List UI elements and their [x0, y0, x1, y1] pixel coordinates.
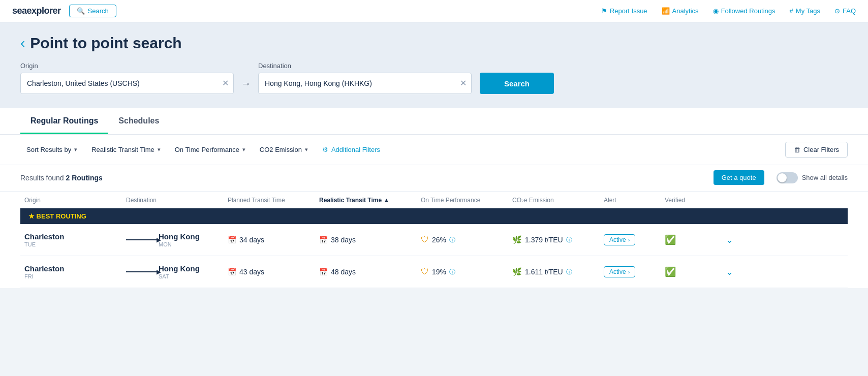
faq-icon: ⊙ — [834, 7, 840, 15]
route-dash2 — [141, 239, 157, 240]
origin-input[interactable] — [20, 73, 234, 94]
destination-input[interactable] — [258, 73, 472, 94]
row1-route-destination: ▶ Hong Kong MON — [122, 232, 224, 247]
tab-schedules[interactable]: Schedules — [108, 108, 169, 134]
row2-realistic-transit: 📅 48 days — [315, 268, 417, 276]
shield-icon-2: 🛡 — [421, 267, 429, 276]
nav-search-button[interactable]: 🔍 Search — [69, 5, 116, 17]
active-badge-2[interactable]: Active › — [604, 266, 635, 277]
table-row: Charleston TUE ▶ Hong Kong MON 📅 34 days… — [20, 224, 848, 256]
col-on-time: On Time Performance — [417, 197, 508, 204]
back-button[interactable]: ‹ — [20, 35, 25, 51]
route-line-2: ▶ — [126, 268, 154, 275]
table-header: Origin Destination Planned Transit Time … — [20, 192, 848, 208]
results-found-text: Results found 2 Routings — [20, 174, 103, 182]
report-issue-link[interactable]: ⚑ Report Issue — [601, 7, 647, 15]
table-section: Origin Destination Planned Transit Time … — [0, 192, 868, 288]
show-all-details-toggle-wrap: Show all details — [777, 172, 848, 183]
row1-on-time: 🛡 26% ⓘ — [417, 235, 508, 244]
best-routing-banner: ★ BEST ROUTING — [20, 208, 848, 224]
followed-routings-link[interactable]: ◉ Followed Routings — [713, 7, 776, 15]
search-button[interactable]: Search — [480, 73, 554, 94]
destination-input-wrap: ✕ — [258, 73, 472, 94]
row2-alert: Active › — [600, 266, 661, 277]
row2-route-destination: ▶ Hong Kong SAT — [122, 264, 224, 279]
trash-icon: 🗑 — [794, 146, 800, 153]
show-details-label: Show all details — [802, 174, 848, 181]
page-title-wrap: ‹ Point to point search — [20, 35, 848, 52]
toggle-knob — [778, 173, 787, 182]
emission-info-icon-2[interactable]: ⓘ — [566, 268, 572, 276]
search-nav-icon: 🔍 — [77, 7, 85, 15]
show-details-toggle[interactable] — [777, 172, 798, 183]
active-chevron-icon-1: › — [628, 237, 630, 243]
destination-label: Destination — [258, 62, 472, 70]
origin-label: Origin — [20, 62, 234, 70]
info-icon-1[interactable]: ⓘ — [449, 236, 455, 244]
my-tags-link[interactable]: # My Tags — [790, 7, 820, 15]
row2-emission: 🌿 1.611 t/TEU ⓘ — [508, 267, 600, 276]
calendar-icon-1: 📅 — [228, 236, 236, 244]
tab-regular-routings[interactable]: Regular Routings — [20, 108, 108, 134]
col-destination: Destination — [122, 197, 224, 204]
faq-link[interactable]: ⊙ FAQ — [834, 7, 856, 15]
row1-alert: Active › — [600, 234, 661, 245]
col-planned-transit: Planned Transit Time — [224, 197, 315, 204]
additional-filters-button[interactable]: ⚙ Additional Filters — [316, 143, 386, 156]
get-quote-button[interactable]: Get a quote — [714, 170, 764, 185]
origin-field-group: Origin ✕ — [20, 62, 234, 94]
route-dash3 — [126, 271, 141, 272]
destination-clear-icon[interactable]: ✕ — [460, 79, 467, 87]
sliders-icon: ⚙ — [322, 146, 328, 153]
col-realistic-transit[interactable]: Realistic Transit Time ▲ — [315, 197, 417, 204]
verified-icon-2: ✅ — [665, 267, 676, 277]
active-chevron-icon-2: › — [628, 269, 630, 275]
shield-icon-1: 🛡 — [421, 235, 429, 244]
expand-icon-1[interactable]: ⌄ — [726, 235, 733, 245]
analytics-link[interactable]: 📶 Analytics — [662, 7, 699, 15]
col-expand — [722, 197, 752, 204]
emission-info-icon-1[interactable]: ⓘ — [566, 236, 572, 244]
realistic-transit-filter[interactable]: Realistic Transit Time ▾ — [85, 143, 167, 156]
co2-chevron-icon: ▾ — [305, 146, 308, 153]
origin-clear-icon[interactable]: ✕ — [222, 79, 229, 87]
brand-logo: seaexplorer — [12, 6, 61, 16]
row2-verified: ✅ — [661, 266, 722, 277]
tabs-section: Regular Routings Schedules — [0, 108, 868, 135]
on-time-performance-filter[interactable]: On Time Performance ▾ — [169, 143, 252, 156]
col-verified: Verified — [661, 197, 722, 204]
col-co2: CO₂e Emission — [508, 197, 600, 204]
sort-chevron-icon: ▾ — [74, 146, 77, 153]
hero-section: ‹ Point to point search Origin ✕ → Desti… — [0, 22, 868, 108]
report-icon: ⚑ — [601, 7, 607, 15]
row1-expand[interactable]: ⌄ — [722, 234, 752, 245]
row1-origin: Charleston TUE — [20, 232, 122, 247]
row1-emission: 🌿 1.379 t/TEU ⓘ — [508, 235, 600, 244]
verified-icon-1: ✅ — [665, 235, 676, 245]
row2-origin: Charleston FRI — [20, 264, 122, 279]
info-icon-2[interactable]: ⓘ — [449, 268, 455, 276]
origin-input-wrap: ✕ — [20, 73, 234, 94]
co2-emission-filter[interactable]: CO2 Emission ▾ — [254, 143, 314, 156]
sort-results-filter[interactable]: Sort Results by ▾ — [20, 143, 83, 156]
row1-realistic-transit: 📅 38 days — [315, 236, 417, 244]
hash-icon: # — [790, 7, 793, 15]
expand-icon-2[interactable]: ⌄ — [726, 267, 733, 277]
navbar: seaexplorer 🔍 Search ⚑ Report Issue 📶 An… — [0, 0, 868, 22]
page-title: Point to point search — [30, 35, 181, 52]
transit-chevron-icon: ▾ — [158, 146, 161, 153]
row1-verified: ✅ — [661, 234, 722, 245]
active-badge-1[interactable]: Active › — [604, 234, 635, 245]
row2-expand[interactable]: ⌄ — [722, 266, 752, 277]
eye-icon: ◉ — [713, 7, 719, 15]
row2-on-time: 🛡 19% ⓘ — [417, 267, 508, 276]
col-alert: Alert — [600, 197, 661, 204]
filters-section: Sort Results by ▾ Realistic Transit Time… — [0, 135, 868, 165]
route-dash — [126, 239, 141, 240]
calendar-icon-4: 📅 — [319, 268, 328, 276]
clear-filters-button[interactable]: 🗑 Clear Filters — [785, 142, 848, 158]
tabs: Regular Routings Schedules — [20, 108, 848, 134]
row1-dest-wrap: Hong Kong MON — [159, 232, 200, 247]
results-bar: Results found 2 Routings Get a quote Sho… — [0, 165, 868, 192]
route-arrow-separator: → — [234, 73, 258, 94]
